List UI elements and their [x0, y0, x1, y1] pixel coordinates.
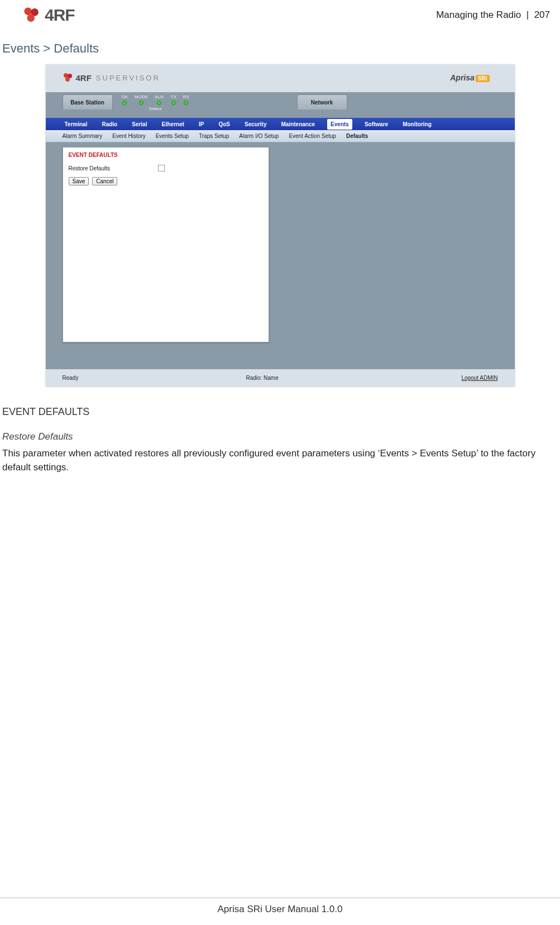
tab-ip[interactable]: IP	[197, 119, 206, 130]
led-aux	[157, 101, 161, 105]
event-defaults-panel: EVENT DEFAULTS Restore Defaults Save Can…	[63, 147, 269, 342]
aprisa-brand: AprisaSRi	[450, 73, 489, 82]
tab-terminal[interactable]: Terminal	[63, 119, 90, 130]
subtab-defaults[interactable]: Defaults	[346, 133, 368, 139]
subsection-title: Restore Defaults	[2, 431, 558, 442]
led-tx	[171, 101, 176, 105]
led-label-ok: OK	[122, 94, 128, 99]
supervisor-logo-icon	[63, 72, 74, 83]
restore-defaults-checkbox[interactable]	[158, 165, 165, 171]
status-caption: Status	[149, 106, 162, 111]
device-bar: Base Station OK MODE AUX TX RX Status Ne…	[46, 92, 515, 118]
led-label-aux: AUX	[155, 94, 164, 99]
status-mid: Radio: Name	[246, 375, 278, 381]
main-tabs: Terminal Radio Serial Ethernet IP QoS Se…	[46, 118, 515, 130]
svg-point-2	[27, 14, 35, 22]
aprisa-box: SRi	[476, 75, 490, 82]
page-header: 4RF Managing the Radio | 207	[0, 0, 560, 25]
logo-icon	[22, 6, 41, 25]
paragraph: This parameter when activated restores a…	[2, 447, 558, 474]
subtab-alarm-io-setup[interactable]: Alarm I/O Setup	[239, 133, 279, 139]
restore-defaults-label: Restore Defaults	[69, 165, 136, 171]
section-title: EVENT DEFAULTS	[2, 406, 558, 418]
led-label-mode: MODE	[135, 94, 148, 99]
svg-point-0	[24, 7, 32, 15]
sub-tabs: Alarm Summary Event History Events Setup…	[46, 130, 515, 142]
page-footer: Aprisa SRi User Manual 1.0.0	[0, 898, 560, 915]
company-logo: 4RF	[22, 6, 75, 25]
subtab-event-action-setup[interactable]: Event Action Setup	[289, 133, 336, 139]
tab-security[interactable]: Security	[242, 119, 269, 130]
subtab-traps-setup[interactable]: Traps Setup	[199, 133, 229, 139]
subtab-event-history[interactable]: Event History	[112, 133, 145, 139]
status-left: Ready	[63, 375, 79, 381]
supervisor-brand: 4RF	[76, 73, 92, 83]
svg-point-5	[65, 77, 70, 82]
led-ok	[122, 101, 127, 105]
restore-defaults-row: Restore Defaults	[69, 165, 263, 171]
tab-serial[interactable]: Serial	[130, 119, 149, 130]
subtab-events-setup[interactable]: Events Setup	[156, 133, 189, 139]
tab-events[interactable]: Events	[327, 119, 352, 130]
led-label-rx: RX	[183, 94, 189, 99]
subtab-alarm-summary[interactable]: Alarm Summary	[63, 133, 103, 139]
save-button[interactable]: Save	[69, 177, 89, 185]
tab-maintenance[interactable]: Maintenance	[279, 119, 318, 130]
status-block: OK MODE AUX TX RX Status	[122, 94, 189, 111]
device-tab-network[interactable]: Network	[297, 94, 347, 109]
supervisor-screenshot: 4RF SUPERVISOR AprisaSRi Base Station OK…	[46, 64, 515, 386]
supervisor-footer: Ready Radio: Name Logout ADMIN	[46, 369, 515, 386]
logo-text: 4RF	[45, 6, 75, 25]
logout-link[interactable]: Logout ADMIN	[461, 375, 497, 381]
tab-monitoring[interactable]: Monitoring	[400, 119, 434, 130]
breadcrumb: Events > Defaults	[2, 41, 560, 56]
tab-radio[interactable]: Radio	[99, 119, 119, 130]
led-label-tx: TX	[171, 94, 176, 99]
tab-qos[interactable]: QoS	[216, 119, 232, 130]
chapter-title: Managing the Radio	[436, 9, 521, 20]
cancel-button[interactable]: Cancel	[92, 177, 117, 185]
header-right: Managing the Radio | 207	[436, 9, 550, 21]
supervisor-label: SUPERVISOR	[96, 74, 160, 82]
panel-title: EVENT DEFAULTS	[69, 152, 263, 158]
tab-software[interactable]: Software	[362, 119, 390, 130]
supervisor-logo: 4RF SUPERVISOR	[63, 72, 160, 83]
header-divider: |	[527, 9, 529, 20]
svg-point-3	[64, 73, 68, 78]
supervisor-spacer	[46, 347, 515, 369]
aprisa-text: Aprisa	[450, 73, 475, 82]
device-tab-base-station[interactable]: Base Station	[63, 94, 113, 109]
body-text: EVENT DEFAULTS Restore Defaults This par…	[2, 406, 558, 474]
page-number: 207	[534, 9, 550, 20]
led-mode	[139, 101, 143, 105]
supervisor-body: EVENT DEFAULTS Restore Defaults Save Can…	[46, 142, 515, 347]
led-rx	[184, 101, 188, 105]
tab-ethernet[interactable]: Ethernet	[159, 119, 186, 130]
supervisor-header: 4RF SUPERVISOR AprisaSRi	[46, 64, 515, 92]
